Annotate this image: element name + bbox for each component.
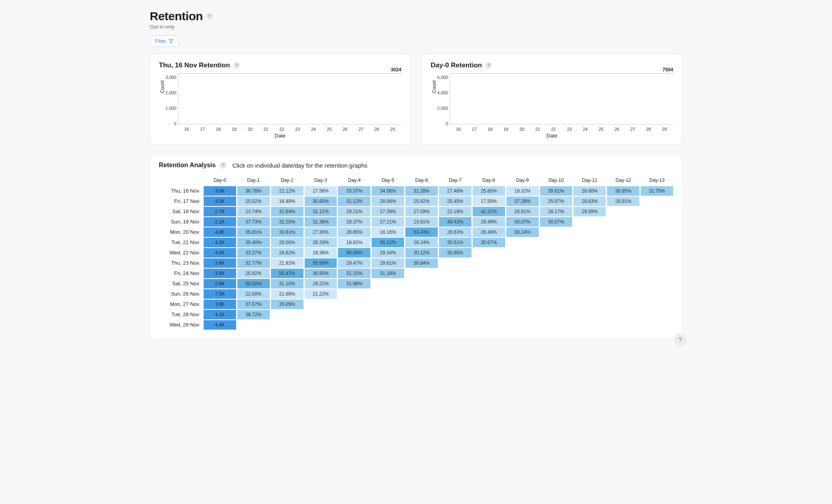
cell[interactable]: 29.34% (372, 248, 404, 258)
cell[interactable]: 27.30% (305, 227, 337, 237)
help-icon[interactable]: ? (206, 13, 213, 20)
cell[interactable]: 55.59% (305, 258, 337, 268)
cell[interactable]: 28.91% (607, 197, 639, 206)
cell[interactable]: 21.86% (271, 289, 303, 299)
cell[interactable]: 25.45% (439, 197, 471, 206)
column-header[interactable]: Day-13 (641, 176, 673, 185)
cell[interactable]: 28.63% (573, 197, 606, 206)
column-header[interactable]: Day-5 (372, 176, 404, 185)
row-label[interactable]: Thu, 16 Nov (159, 186, 202, 196)
cell[interactable]: 22.12% (271, 186, 303, 196)
cell[interactable]: 38.76% (237, 186, 270, 196)
row-label[interactable]: Tue, 21 Nov (159, 238, 202, 247)
chart-right[interactable]: Count Date 6,0004,0002,0000 7504 1617181… (431, 73, 673, 139)
cell-day0[interactable]: 7.5K (204, 289, 236, 299)
cell-day0[interactable]: 2.6K (204, 279, 236, 288)
cell[interactable]: 27.39% (372, 207, 404, 216)
cell[interactable]: 32.64% (271, 207, 303, 216)
cell[interactable]: 26.91% (506, 207, 539, 216)
cell[interactable]: 19.38% (305, 248, 337, 258)
cell[interactable]: 29.22% (305, 279, 337, 288)
cell[interactable]: 31.12% (338, 197, 370, 206)
cell[interactable]: 30.90% (305, 269, 337, 278)
cell[interactable]: 28.08% (372, 197, 404, 206)
cell[interactable]: 22.18% (439, 207, 471, 216)
cell[interactable]: 56.69% (338, 248, 370, 258)
cell[interactable]: 30.84% (405, 258, 438, 268)
cell[interactable]: 35.40% (237, 238, 270, 247)
cell-day0[interactable]: 4.2K (204, 238, 236, 247)
row-label[interactable]: Wed, 22 Nov (159, 248, 202, 258)
row-label[interactable]: Sun, 19 Nov (159, 217, 202, 227)
cell[interactable]: 30.51% (439, 238, 471, 247)
cell[interactable]: 29.59% (573, 207, 606, 216)
row-label[interactable]: Sat, 25 Nov (159, 279, 202, 288)
row-label[interactable]: Fri, 24 Nov (159, 269, 202, 278)
cell[interactable]: 37.57% (237, 300, 270, 309)
column-header[interactable]: Day-9 (506, 176, 539, 185)
cell[interactable]: 39.81% (540, 186, 572, 196)
row-label[interactable]: Tue, 28 Nov (159, 310, 202, 319)
cell[interactable]: 30.60% (305, 197, 337, 206)
row-label[interactable]: Mon, 27 Nov (159, 300, 202, 309)
cell[interactable]: 23.74% (237, 207, 270, 216)
cell[interactable]: 31.11% (305, 207, 337, 216)
cell[interactable]: 23.81% (405, 217, 438, 227)
cell[interactable]: 28.60% (573, 186, 606, 196)
cell[interactable]: 29.00% (271, 238, 303, 247)
cell[interactable]: 21.92% (271, 258, 303, 268)
cell[interactable]: 38.72% (237, 310, 270, 319)
cell[interactable]: 21.22% (305, 289, 337, 299)
cell[interactable]: 37.73% (237, 217, 270, 227)
column-header[interactable]: Day-2 (271, 176, 303, 185)
cell[interactable]: 32.77% (237, 258, 270, 268)
cell[interactable]: 53.43% (405, 227, 438, 237)
cell[interactable]: 31.28% (405, 186, 438, 196)
cell[interactable]: 29.49% (473, 217, 505, 227)
cell[interactable]: 17.56% (305, 186, 337, 196)
cell[interactable]: 30.07% (540, 217, 572, 227)
cell[interactable]: 31.38% (305, 217, 337, 227)
column-header[interactable]: Day-7 (439, 176, 471, 185)
cell[interactable]: 25.92% (237, 269, 270, 278)
cell[interactable]: 29.47% (338, 258, 370, 268)
row-label[interactable]: Wed, 29 Nov (159, 320, 202, 330)
cell[interactable]: 30.24% (506, 227, 539, 237)
cell[interactable]: 28.48% (473, 227, 505, 237)
column-header[interactable]: Day-4 (338, 176, 370, 185)
column-header[interactable]: Day-3 (305, 176, 337, 185)
cell[interactable]: 33.27% (237, 248, 270, 258)
cell[interactable]: 18.32% (506, 186, 539, 196)
cell[interactable]: 26.65% (338, 227, 370, 237)
cell[interactable]: 26.33% (305, 238, 337, 247)
row-label[interactable]: Sun, 26 Nov (159, 289, 202, 299)
column-header[interactable]: Day-1 (237, 176, 270, 185)
row-label[interactable]: Thu, 23 Nov (159, 258, 202, 268)
cell[interactable]: 18.16% (372, 227, 404, 237)
chart-left[interactable]: Count Date 3,0002,0001,0000 3024 1617181… (159, 73, 401, 139)
cell[interactable]: 30.67% (473, 238, 505, 247)
cell[interactable]: 29.21% (338, 207, 370, 216)
cell[interactable]: 31.75% (641, 186, 673, 196)
cell[interactable]: 28.24% (405, 238, 438, 247)
cell[interactable]: 25.02% (237, 197, 270, 206)
cell[interactable]: 25.97% (540, 197, 572, 206)
cell[interactable]: 55.47% (271, 269, 303, 278)
cell[interactable]: 17.59% (473, 197, 505, 206)
cell[interactable]: 28.63% (439, 227, 471, 237)
row-label[interactable]: Fri, 17 Nov (159, 197, 202, 206)
cell-day0[interactable]: 4.4K (204, 320, 236, 330)
cell-day0[interactable]: 3.6K (204, 269, 236, 278)
cell[interactable]: 30.07% (506, 217, 539, 227)
cell[interactable]: 18.82% (338, 238, 370, 247)
column-header[interactable]: Day-12 (607, 176, 639, 185)
cell[interactable]: 31.10% (271, 279, 303, 288)
cell[interactable]: 22.00% (237, 289, 270, 299)
cell[interactable]: 32.20% (271, 217, 303, 227)
column-header[interactable]: Day-8 (473, 176, 505, 185)
cell-day0[interactable]: 2.1K (204, 217, 236, 227)
cell-day0[interactable]: 3.0K (204, 186, 236, 196)
cell[interactable]: 35.05% (271, 300, 303, 309)
column-header[interactable]: Day-11 (573, 176, 606, 185)
cell[interactable]: 31.15% (338, 269, 370, 278)
